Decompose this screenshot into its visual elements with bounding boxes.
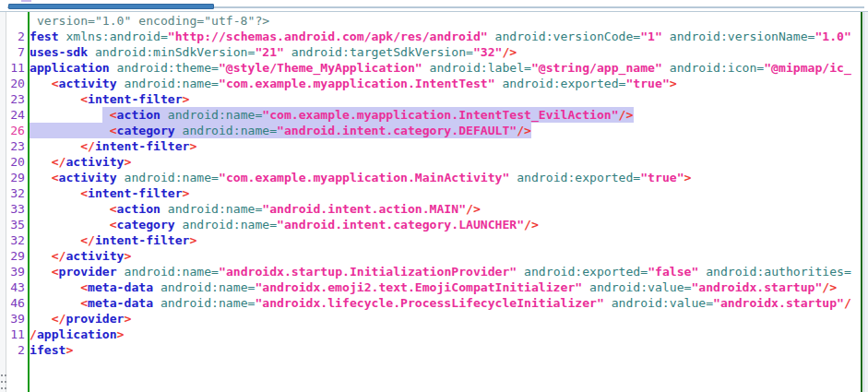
code-token — [30, 92, 80, 106]
code-line[interactable]: <activity android:name="com.example.myap… — [30, 76, 862, 91]
code-line[interactable]: <activity android:name="com.example.myap… — [30, 170, 862, 185]
code-token: > — [125, 155, 132, 169]
code-token: intent-filter — [88, 186, 182, 200]
code-token: "android.intent.category.LAUNCHER" — [277, 218, 524, 232]
code-token: meta-data — [88, 280, 153, 294]
line-number: 23 — [7, 138, 28, 154]
line-number: 32 — [7, 185, 28, 201]
code-token: /> — [517, 124, 531, 137]
line-number: 11 — [7, 327, 28, 342]
code-token — [30, 280, 80, 294]
code-token: "androidx.lifecycle.ProcessLifecycleInit… — [255, 296, 603, 310]
code-line[interactable]: </activity> — [30, 154, 862, 170]
line-number: 20 — [7, 154, 28, 170]
code-line[interactable]: ifest> — [30, 342, 862, 358]
code-token: / — [844, 296, 851, 310]
code-token: < — [110, 202, 117, 216]
code-line[interactable]: <category android:name="android.intent.c… — [30, 217, 862, 232]
line-number: 39 — [7, 311, 28, 327]
top-scrollbar-area — [0, 0, 868, 11]
code-token: intent-filter — [88, 92, 182, 106]
code-text-area[interactable]: version="1.0" encoding="utf-8"?>fest xml… — [30, 13, 862, 392]
code-token: /> — [524, 218, 539, 232]
code-line[interactable]: </intent-filter> — [30, 232, 862, 248]
code-line[interactable]: </activity> — [30, 248, 862, 264]
line-number: 2 — [7, 342, 28, 358]
grip-dot — [1, 381, 3, 383]
grip-dot — [5, 374, 6, 376]
code-line[interactable]: <action android:name="android.intent.act… — [30, 201, 862, 217]
code-token: </ — [52, 249, 66, 263]
splitter-grip[interactable] — [1, 374, 6, 389]
code-token — [30, 171, 52, 184]
code-token: "1.0" — [814, 30, 850, 43]
code-token: android:versionName= — [662, 30, 815, 43]
code-token: "androidx.startup.InitializationProvider… — [219, 265, 517, 279]
horizontal-scrollbar-thumb[interactable] — [8, 4, 214, 9]
code-token: > — [183, 92, 190, 106]
code-token: "com.example.myapplication.MainActivity" — [219, 171, 509, 184]
code-token: meta-data — [88, 296, 153, 310]
code-token: uses-sdk — [30, 45, 88, 59]
code-line[interactable]: <category android:name="android.intent.c… — [30, 123, 862, 138]
code-token: < — [80, 92, 88, 106]
line-number: 35 — [7, 217, 28, 232]
code-token: android:name= — [117, 265, 219, 279]
code-token: > — [183, 186, 190, 200]
code-token: "androidx.startup" — [691, 280, 822, 294]
code-line[interactable]: <provider android:name="androidx.startup… — [30, 264, 862, 279]
code-token: "androidx.emoji2.text.EmojiCompatInitial… — [255, 280, 582, 294]
line-number: 23 — [7, 91, 28, 107]
code-token: < — [110, 124, 117, 137]
code-token: category — [117, 218, 175, 232]
code-line[interactable]: <intent-filter> — [30, 91, 862, 107]
code-line[interactable]: <meta-data android:name="androidx.lifecy… — [30, 295, 862, 311]
code-token — [30, 218, 110, 232]
code-token: "1" — [640, 30, 662, 43]
code-token: category — [117, 124, 175, 137]
code-token: </ — [52, 155, 66, 169]
line-number: 24 — [7, 107, 28, 123]
line-number: 33 — [7, 201, 28, 217]
code-token: android:theme= — [110, 61, 219, 75]
code-token: /> — [502, 45, 517, 59]
code-token: android:targetSdkVersion= — [284, 45, 473, 59]
code-token: /> — [466, 202, 481, 216]
code-line[interactable]: <action android:name="com.example.myappl… — [30, 107, 862, 123]
line-number: 11 — [7, 60, 28, 76]
line-number: 7 — [7, 44, 28, 60]
code-token: < — [52, 171, 59, 184]
code-line[interactable]: /application> — [30, 327, 862, 342]
code-token: android:name= — [161, 202, 262, 216]
code-token: application — [37, 327, 117, 341]
code-token: ifest — [30, 343, 65, 357]
code-token — [30, 77, 52, 90]
vertical-scrollbar-track[interactable] — [863, 12, 868, 392]
marker-strip — [0, 12, 6, 392]
grip-dot — [5, 381, 6, 383]
code-token: /> — [619, 108, 634, 122]
code-line[interactable]: </intent-filter> — [30, 138, 862, 154]
code-line[interactable]: <meta-data android:name="androidx.emoji2… — [30, 279, 862, 295]
code-line[interactable]: fest xmlns:android="http://schemas.andro… — [30, 29, 862, 44]
code-token: "@style/Theme_MyApplication" — [219, 61, 422, 75]
code-token: < — [52, 77, 59, 90]
code-token — [30, 139, 80, 153]
line-number: 29 — [7, 248, 28, 264]
code-line[interactable]: application android:theme="@style/Theme_… — [30, 60, 862, 76]
code-token — [30, 186, 80, 200]
code-token: android:authorities= — [698, 265, 851, 279]
code-token: > — [684, 171, 692, 184]
grip-dot — [5, 387, 6, 389]
code-token: android:name= — [153, 280, 255, 294]
code-token: < — [80, 296, 88, 310]
code-line[interactable]: uses-sdk android:minSdkVersion="21" andr… — [30, 44, 862, 60]
code-token: "32" — [473, 45, 503, 59]
code-line[interactable]: </provider> — [30, 311, 862, 327]
code-token: activity — [59, 77, 117, 90]
code-line[interactable]: <intent-filter> — [30, 185, 862, 201]
code-token: android:label= — [422, 61, 531, 75]
code-line[interactable]: version="1.0" encoding="utf-8"?> — [30, 13, 862, 29]
code-token: android:name= — [117, 77, 219, 90]
code-token: "http://schemas.android.com/apk/res/andr… — [168, 30, 488, 43]
